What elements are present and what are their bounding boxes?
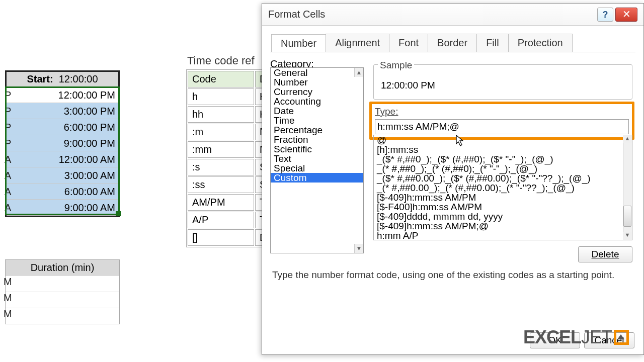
time-row[interactable]: A6:00:00 AM <box>7 184 118 200</box>
type-list-item[interactable]: _(* #,##0_);_(* (#,##0);_(* "-"_);_(@_) <box>374 164 632 173</box>
time-value: 3:00:00 PM <box>7 103 118 119</box>
tab-fill[interactable]: Fill <box>476 34 509 52</box>
coderef-head-code: Code <box>188 71 254 87</box>
dialog-titlebar[interactable]: Format Cells ? ✕ <box>262 4 643 26</box>
close-button[interactable]: ✕ <box>615 8 637 22</box>
category-item-number[interactable]: Number <box>271 77 363 87</box>
dialog-tabs: NumberAlignmentFontBorderFillProtection <box>271 34 643 52</box>
type-list[interactable]: @[h]:mm:ss_($* #,##0_);_($* (#,##0);_($*… <box>373 135 632 240</box>
category-item-general[interactable]: General <box>271 68 363 77</box>
coderef-row: hH <box>188 88 273 105</box>
time-value: 9:00:00 PM <box>7 135 118 151</box>
watermark-text-a: EXCEL <box>523 327 581 348</box>
duration-row[interactable]: M <box>6 276 119 292</box>
scroll-up-icon[interactable]: ▲ <box>623 135 632 143</box>
ampm-hint: P <box>5 103 11 119</box>
scrollbar-thumb[interactable] <box>623 206 631 227</box>
coderef-code: :s <box>188 159 254 175</box>
help-text: Type the number format code, using one o… <box>272 269 614 281</box>
type-highlight: Type: <box>369 102 634 140</box>
category-item-currency[interactable]: Currency <box>271 87 363 97</box>
coderef-title: Time code ref <box>187 54 255 67</box>
coderef-code: :mm <box>188 141 254 158</box>
time-row[interactable]: A12:00:00 AM <box>7 151 118 167</box>
category-item-date[interactable]: Date <box>271 106 363 116</box>
ampm-hint: A <box>5 184 11 200</box>
duration-row[interactable]: M <box>6 308 119 324</box>
tab-border[interactable]: Border <box>428 34 477 52</box>
scroll-up-icon[interactable]: ▲ <box>354 68 363 77</box>
time-value: 12:00:00 AM <box>7 151 118 167</box>
coderef-row: AM/PMT <box>188 194 273 211</box>
type-list-item[interactable]: _($* #,##0_);_($* (#,##0);_($* "-"_);_(@… <box>374 154 632 164</box>
watermark-icon <box>614 330 629 345</box>
start-header: Start: 12:00:00 <box>7 72 118 87</box>
tab-alignment[interactable]: Alignment <box>326 34 389 52</box>
time-row[interactable]: P9:00:00 PM <box>7 135 118 151</box>
tab-number[interactable]: Number <box>271 34 326 52</box>
time-row[interactable]: P6:00:00 PM <box>7 119 118 135</box>
coderef-row: :mmM <box>188 141 273 158</box>
time-value: 6:00:00 AM <box>7 184 118 199</box>
dialog-title: Format Cells <box>268 9 325 20</box>
time-rows[interactable]: P12:00:00 PMP3:00:00 PMP6:00:00 PMP9:00:… <box>7 87 118 216</box>
time-row[interactable]: A9:00:00 AM <box>7 200 118 216</box>
delete-button[interactable]: Delete <box>578 246 632 262</box>
category-item-scientific[interactable]: Scientific <box>271 144 363 154</box>
exceljet-watermark: EXCELJET <box>523 327 629 348</box>
tab-protection[interactable]: Protection <box>508 34 573 52</box>
time-row[interactable]: P3:00:00 PM <box>7 103 118 119</box>
type-list-item[interactable]: h:mm A/P <box>374 231 632 240</box>
duration-header: Duration (min) <box>6 260 119 276</box>
scrollbar-track[interactable]: ▲ ▼ <box>623 135 632 240</box>
category-item-accounting[interactable]: Accounting <box>271 97 363 106</box>
ampm-hint: A <box>5 167 11 184</box>
coderef-row: :ssS <box>188 176 273 193</box>
coderef-code: AM/PM <box>188 194 254 211</box>
category-item-custom[interactable]: Custom <box>271 173 363 183</box>
scroll-down-icon[interactable]: ▼ <box>354 244 363 253</box>
start-label: Start: <box>27 73 53 84</box>
type-label: Type: <box>375 106 629 117</box>
duration-row[interactable]: M <box>6 292 119 308</box>
coderef-code: h <box>188 88 254 105</box>
coderef-table: Code D hHhhH:mM:mmM:sS:ssSAM/PMTA/PT[]D <box>186 69 274 247</box>
time-value: 12:00:00 PM <box>7 87 118 103</box>
type-list-item[interactable]: [$-F400]h:mm:ss AM/PM <box>374 202 632 212</box>
scroll-down-icon[interactable]: ▼ <box>623 232 632 240</box>
category-item-text[interactable]: Text <box>271 154 363 163</box>
type-list-item[interactable]: [$-409]h:mm:ss AM/PM;@ <box>374 221 632 231</box>
sample-box: Sample 12:00:00 PM <box>373 64 632 100</box>
duration-m-hint: M <box>4 292 12 304</box>
type-list-item[interactable]: [h]:mm:ss <box>374 145 632 154</box>
category-item-time[interactable]: Time <box>271 116 363 125</box>
coderef-row: []D <box>188 229 273 246</box>
category-item-special[interactable]: Special <box>271 163 363 173</box>
type-list-item[interactable]: [$-409]dddd, mmmm dd, yyyy <box>374 212 632 221</box>
type-list-item[interactable]: @ <box>374 135 632 145</box>
category-item-percentage[interactable]: Percentage <box>271 125 363 135</box>
coderef-row: :sS <box>188 159 273 175</box>
help-button[interactable]: ? <box>597 8 613 22</box>
type-list-item[interactable]: [$-409]h:mm:ss AM/PM <box>374 193 632 202</box>
ampm-hint: A <box>5 151 11 167</box>
tab-font[interactable]: Font <box>389 34 428 52</box>
format-cells-dialog: Format Cells ? ✕ NumberAlignmentFontBord… <box>262 3 644 355</box>
type-list-item[interactable]: _(* #,##0.00_);_(* (#,##0.00);_(* "-"??_… <box>374 183 632 193</box>
time-row[interactable]: P12:00:00 PM <box>7 87 118 103</box>
category-list[interactable]: ▲ GeneralNumberCurrencyAccountingDateTim… <box>270 67 364 253</box>
start-time-block: Start: 12:00:00 P12:00:00 PMP3:00:00 PMP… <box>5 70 120 217</box>
ampm-hint: P <box>5 119 11 135</box>
type-list-item[interactable]: _($* #,##0.00_);_($* (#,##0.00);_($* "-"… <box>374 173 632 183</box>
duration-block: Duration (min) MMM <box>5 259 120 324</box>
time-value: 6:00:00 PM <box>7 119 118 135</box>
coderef-row: :mM <box>188 124 273 140</box>
type-input[interactable] <box>375 119 629 134</box>
category-item-fraction[interactable]: Fraction <box>271 135 363 144</box>
start-value: 12:00:00 <box>59 73 98 84</box>
coderef-code: :m <box>188 124 254 140</box>
time-row[interactable]: A3:00:00 AM <box>7 167 118 184</box>
time-value: 3:00:00 AM <box>7 167 118 183</box>
coderef-code: hh <box>188 106 254 123</box>
coderef-row: hhH <box>188 106 273 123</box>
